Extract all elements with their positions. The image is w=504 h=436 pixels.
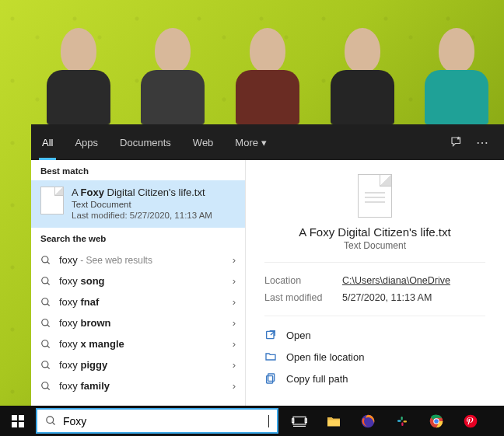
svg-point-0 (42, 256, 48, 262)
document-icon (40, 187, 64, 215)
open-label: Open (286, 330, 311, 341)
web-result-text: foxy piggy (59, 359, 233, 371)
search-results-panel: Best match A Foxy Digital Citizen's life… (31, 160, 504, 406)
svg-rect-30 (401, 417, 403, 420)
search-web-header: Search the web (31, 228, 245, 248)
web-result-text: foxy song (59, 275, 233, 287)
open-icon (264, 329, 277, 341)
svg-rect-23 (293, 417, 306, 424)
svg-line-1 (47, 261, 50, 263)
best-match-subtitle: Text Document (72, 200, 212, 209)
best-match-result[interactable]: A Foxy Digital Citizen's life.txt Text D… (31, 180, 245, 228)
copy-icon (264, 372, 277, 385)
svg-rect-19 (12, 422, 17, 427)
web-result-2[interactable]: foxy fnaf› (31, 291, 245, 312)
pinterest-button[interactable] (454, 406, 487, 436)
search-icon (40, 360, 51, 371)
best-match-title: A Foxy Digital Citizen's life.txt (72, 187, 212, 198)
modified-label: Last modified (264, 292, 342, 303)
location-label: Location (264, 275, 342, 286)
chevron-right-icon: › (233, 275, 236, 287)
chrome-button[interactable] (420, 406, 453, 436)
search-icon (40, 276, 51, 287)
svg-line-9 (47, 345, 50, 347)
preview-title: A Foxy Digital Citizen's life.txt (264, 225, 485, 239)
folder-icon (264, 351, 277, 363)
copy-full-path-action[interactable]: Copy full path (264, 368, 485, 389)
svg-rect-28 (397, 420, 401, 421)
svg-rect-15 (268, 374, 275, 381)
taskbar-search-box[interactable] (36, 408, 278, 434)
svg-line-13 (47, 387, 50, 389)
tab-apps[interactable]: Apps (64, 124, 109, 160)
svg-point-8 (42, 340, 48, 346)
svg-rect-18 (19, 415, 24, 420)
file-explorer-button[interactable] (317, 406, 350, 436)
taskbar (0, 406, 504, 436)
svg-rect-17 (12, 415, 17, 420)
web-result-text: foxy family (59, 380, 233, 392)
tab-documents[interactable]: Documents (109, 124, 182, 160)
web-result-text: foxy x mangle (59, 338, 233, 350)
best-match-modified: Last modified: 5/27/2020, 11:13 AM (72, 211, 212, 220)
search-scope-bar: All Apps Documents Web More▾ ⋯ (31, 124, 504, 160)
web-result-text: foxy brown (59, 317, 233, 329)
open-action[interactable]: Open (264, 324, 485, 346)
firefox-button[interactable] (352, 406, 384, 436)
search-input[interactable] (63, 415, 268, 427)
svg-rect-31 (401, 422, 403, 426)
svg-point-12 (42, 382, 48, 388)
svg-line-7 (47, 324, 50, 326)
svg-point-4 (42, 298, 48, 304)
svg-rect-16 (267, 376, 273, 383)
web-result-0[interactable]: foxy - See web results› (31, 249, 245, 270)
chevron-right-icon: › (233, 317, 236, 329)
web-result-4[interactable]: foxy x mangle› (31, 333, 245, 354)
location-value[interactable]: C:\Users\diana\OneDrive (342, 275, 450, 286)
tab-more[interactable]: More▾ (224, 124, 278, 160)
svg-point-21 (47, 417, 54, 424)
modified-value: 5/27/2020, 11:13 AM (342, 292, 432, 303)
svg-line-3 (47, 282, 50, 284)
search-icon (40, 297, 51, 308)
tab-all[interactable]: All (31, 124, 64, 160)
feedback-icon[interactable] (443, 135, 470, 149)
chevron-right-icon: › (233, 296, 236, 308)
svg-point-34 (434, 419, 439, 424)
web-result-6[interactable]: foxy family› (31, 375, 245, 396)
web-result-5[interactable]: foxy piggy› (31, 354, 245, 375)
svg-line-22 (52, 422, 54, 424)
web-result-text: foxy fnaf (59, 296, 233, 308)
slack-button[interactable] (386, 406, 418, 436)
search-icon (40, 339, 51, 350)
web-result-3[interactable]: foxy brown› (31, 312, 245, 333)
svg-point-6 (42, 319, 48, 325)
best-match-header: Best match (31, 160, 245, 180)
results-list: Best match A Foxy Digital Citizen's life… (31, 160, 246, 406)
search-icon (40, 318, 51, 329)
open-file-location-action[interactable]: Open file location (264, 346, 485, 368)
tab-web[interactable]: Web (182, 124, 225, 160)
more-options-icon[interactable]: ⋯ (470, 135, 495, 150)
search-icon (45, 415, 57, 427)
web-result-text: foxy - See web results (59, 254, 233, 266)
svg-rect-20 (19, 422, 24, 427)
web-result-1[interactable]: foxy song› (31, 270, 245, 291)
start-button[interactable] (0, 406, 36, 436)
preview-subtitle: Text Document (264, 240, 485, 251)
chevron-right-icon: › (233, 254, 236, 266)
svg-point-10 (42, 361, 48, 367)
text-caret (268, 415, 269, 427)
svg-rect-29 (404, 420, 408, 422)
svg-line-11 (47, 366, 50, 368)
preview-pane: A Foxy Digital Citizen's life.txt Text D… (246, 160, 504, 406)
chevron-right-icon: › (233, 380, 236, 392)
search-icon (40, 255, 51, 266)
svg-point-35 (464, 414, 478, 427)
search-icon (40, 381, 51, 392)
open-location-label: Open file location (286, 351, 364, 363)
chevron-right-icon: › (233, 359, 236, 371)
task-view-button[interactable] (283, 406, 316, 436)
svg-point-2 (42, 277, 48, 283)
wallpaper-people (31, 0, 504, 124)
